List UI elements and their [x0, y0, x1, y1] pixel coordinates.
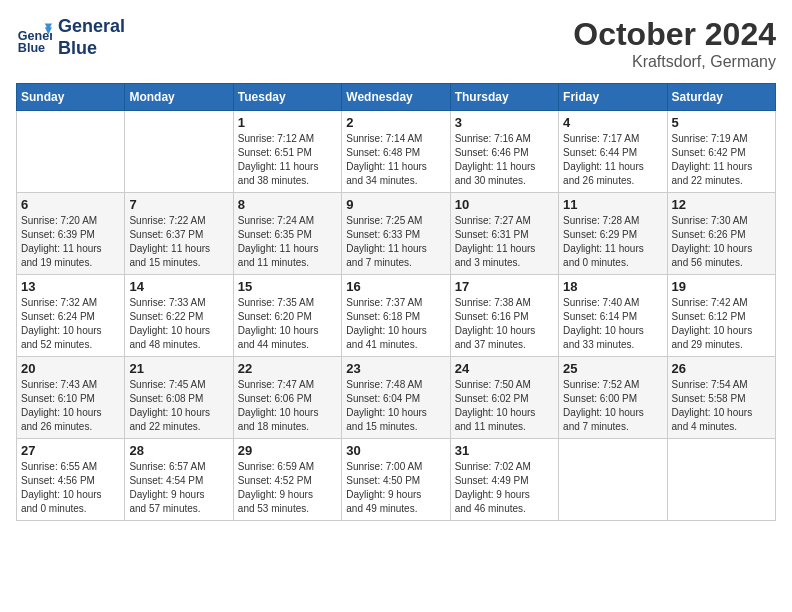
calendar-cell: 16Sunrise: 7:37 AM Sunset: 6:18 PM Dayli…	[342, 275, 450, 357]
logo-icon: General Blue	[16, 20, 52, 56]
day-number: 21	[129, 361, 228, 376]
day-number: 18	[563, 279, 662, 294]
day-info: Sunrise: 7:42 AM Sunset: 6:12 PM Dayligh…	[672, 296, 771, 352]
day-info: Sunrise: 7:54 AM Sunset: 5:58 PM Dayligh…	[672, 378, 771, 434]
logo-general: General	[58, 16, 125, 38]
calendar-cell	[559, 439, 667, 521]
day-number: 9	[346, 197, 445, 212]
day-info: Sunrise: 7:25 AM Sunset: 6:33 PM Dayligh…	[346, 214, 445, 270]
calendar-cell: 9Sunrise: 7:25 AM Sunset: 6:33 PM Daylig…	[342, 193, 450, 275]
day-info: Sunrise: 7:50 AM Sunset: 6:02 PM Dayligh…	[455, 378, 554, 434]
day-info: Sunrise: 6:57 AM Sunset: 4:54 PM Dayligh…	[129, 460, 228, 516]
calendar-cell: 26Sunrise: 7:54 AM Sunset: 5:58 PM Dayli…	[667, 357, 775, 439]
day-number: 4	[563, 115, 662, 130]
day-info: Sunrise: 7:45 AM Sunset: 6:08 PM Dayligh…	[129, 378, 228, 434]
day-number: 10	[455, 197, 554, 212]
day-number: 14	[129, 279, 228, 294]
day-number: 3	[455, 115, 554, 130]
day-info: Sunrise: 7:32 AM Sunset: 6:24 PM Dayligh…	[21, 296, 120, 352]
day-info: Sunrise: 7:33 AM Sunset: 6:22 PM Dayligh…	[129, 296, 228, 352]
weekday-header: Saturday	[667, 84, 775, 111]
day-number: 7	[129, 197, 228, 212]
day-info: Sunrise: 7:47 AM Sunset: 6:06 PM Dayligh…	[238, 378, 337, 434]
day-info: Sunrise: 7:38 AM Sunset: 6:16 PM Dayligh…	[455, 296, 554, 352]
calendar-cell: 22Sunrise: 7:47 AM Sunset: 6:06 PM Dayli…	[233, 357, 341, 439]
weekday-header: Friday	[559, 84, 667, 111]
weekday-header: Tuesday	[233, 84, 341, 111]
calendar-cell: 21Sunrise: 7:45 AM Sunset: 6:08 PM Dayli…	[125, 357, 233, 439]
day-number: 6	[21, 197, 120, 212]
calendar-week-row: 27Sunrise: 6:55 AM Sunset: 4:56 PM Dayli…	[17, 439, 776, 521]
day-number: 1	[238, 115, 337, 130]
day-number: 22	[238, 361, 337, 376]
day-info: Sunrise: 7:22 AM Sunset: 6:37 PM Dayligh…	[129, 214, 228, 270]
calendar-cell: 15Sunrise: 7:35 AM Sunset: 6:20 PM Dayli…	[233, 275, 341, 357]
calendar-cell: 8Sunrise: 7:24 AM Sunset: 6:35 PM Daylig…	[233, 193, 341, 275]
calendar-week-row: 1Sunrise: 7:12 AM Sunset: 6:51 PM Daylig…	[17, 111, 776, 193]
calendar-cell: 2Sunrise: 7:14 AM Sunset: 6:48 PM Daylig…	[342, 111, 450, 193]
calendar-cell: 1Sunrise: 7:12 AM Sunset: 6:51 PM Daylig…	[233, 111, 341, 193]
calendar-cell: 17Sunrise: 7:38 AM Sunset: 6:16 PM Dayli…	[450, 275, 558, 357]
day-number: 2	[346, 115, 445, 130]
day-info: Sunrise: 7:02 AM Sunset: 4:49 PM Dayligh…	[455, 460, 554, 516]
day-info: Sunrise: 7:30 AM Sunset: 6:26 PM Dayligh…	[672, 214, 771, 270]
calendar-cell: 23Sunrise: 7:48 AM Sunset: 6:04 PM Dayli…	[342, 357, 450, 439]
calendar-week-row: 20Sunrise: 7:43 AM Sunset: 6:10 PM Dayli…	[17, 357, 776, 439]
day-number: 17	[455, 279, 554, 294]
day-info: Sunrise: 7:35 AM Sunset: 6:20 PM Dayligh…	[238, 296, 337, 352]
day-number: 28	[129, 443, 228, 458]
calendar-cell: 10Sunrise: 7:27 AM Sunset: 6:31 PM Dayli…	[450, 193, 558, 275]
weekday-header: Sunday	[17, 84, 125, 111]
calendar-cell: 5Sunrise: 7:19 AM Sunset: 6:42 PM Daylig…	[667, 111, 775, 193]
day-info: Sunrise: 7:48 AM Sunset: 6:04 PM Dayligh…	[346, 378, 445, 434]
day-number: 12	[672, 197, 771, 212]
calendar-cell	[667, 439, 775, 521]
calendar-cell: 13Sunrise: 7:32 AM Sunset: 6:24 PM Dayli…	[17, 275, 125, 357]
day-number: 24	[455, 361, 554, 376]
calendar-cell: 20Sunrise: 7:43 AM Sunset: 6:10 PM Dayli…	[17, 357, 125, 439]
day-number: 5	[672, 115, 771, 130]
day-info: Sunrise: 7:37 AM Sunset: 6:18 PM Dayligh…	[346, 296, 445, 352]
calendar-cell: 19Sunrise: 7:42 AM Sunset: 6:12 PM Dayli…	[667, 275, 775, 357]
day-number: 30	[346, 443, 445, 458]
day-info: Sunrise: 7:27 AM Sunset: 6:31 PM Dayligh…	[455, 214, 554, 270]
day-info: Sunrise: 7:20 AM Sunset: 6:39 PM Dayligh…	[21, 214, 120, 270]
day-info: Sunrise: 7:00 AM Sunset: 4:50 PM Dayligh…	[346, 460, 445, 516]
title-block: October 2024 Kraftsdorf, Germany	[573, 16, 776, 71]
day-info: Sunrise: 7:16 AM Sunset: 6:46 PM Dayligh…	[455, 132, 554, 188]
day-info: Sunrise: 6:59 AM Sunset: 4:52 PM Dayligh…	[238, 460, 337, 516]
weekday-header: Thursday	[450, 84, 558, 111]
page-header: General Blue General Blue October 2024 K…	[16, 16, 776, 71]
day-info: Sunrise: 7:28 AM Sunset: 6:29 PM Dayligh…	[563, 214, 662, 270]
month-title: October 2024	[573, 16, 776, 53]
calendar-cell: 28Sunrise: 6:57 AM Sunset: 4:54 PM Dayli…	[125, 439, 233, 521]
calendar-table: SundayMondayTuesdayWednesdayThursdayFrid…	[16, 83, 776, 521]
calendar-cell: 6Sunrise: 7:20 AM Sunset: 6:39 PM Daylig…	[17, 193, 125, 275]
day-info: Sunrise: 7:12 AM Sunset: 6:51 PM Dayligh…	[238, 132, 337, 188]
calendar-cell: 14Sunrise: 7:33 AM Sunset: 6:22 PM Dayli…	[125, 275, 233, 357]
calendar-header: SundayMondayTuesdayWednesdayThursdayFrid…	[17, 84, 776, 111]
calendar-cell	[125, 111, 233, 193]
weekday-header: Monday	[125, 84, 233, 111]
day-info: Sunrise: 7:40 AM Sunset: 6:14 PM Dayligh…	[563, 296, 662, 352]
calendar-cell: 31Sunrise: 7:02 AM Sunset: 4:49 PM Dayli…	[450, 439, 558, 521]
day-info: Sunrise: 6:55 AM Sunset: 4:56 PM Dayligh…	[21, 460, 120, 516]
day-number: 31	[455, 443, 554, 458]
logo: General Blue General Blue	[16, 16, 125, 59]
day-number: 16	[346, 279, 445, 294]
location: Kraftsdorf, Germany	[573, 53, 776, 71]
calendar-cell: 29Sunrise: 6:59 AM Sunset: 4:52 PM Dayli…	[233, 439, 341, 521]
calendar-cell: 12Sunrise: 7:30 AM Sunset: 6:26 PM Dayli…	[667, 193, 775, 275]
calendar-cell: 18Sunrise: 7:40 AM Sunset: 6:14 PM Dayli…	[559, 275, 667, 357]
calendar-body: 1Sunrise: 7:12 AM Sunset: 6:51 PM Daylig…	[17, 111, 776, 521]
day-number: 13	[21, 279, 120, 294]
calendar-cell: 4Sunrise: 7:17 AM Sunset: 6:44 PM Daylig…	[559, 111, 667, 193]
calendar-cell: 24Sunrise: 7:50 AM Sunset: 6:02 PM Dayli…	[450, 357, 558, 439]
day-number: 26	[672, 361, 771, 376]
day-number: 23	[346, 361, 445, 376]
calendar-cell: 27Sunrise: 6:55 AM Sunset: 4:56 PM Dayli…	[17, 439, 125, 521]
calendar-cell	[17, 111, 125, 193]
day-number: 11	[563, 197, 662, 212]
day-number: 25	[563, 361, 662, 376]
weekday-header: Wednesday	[342, 84, 450, 111]
